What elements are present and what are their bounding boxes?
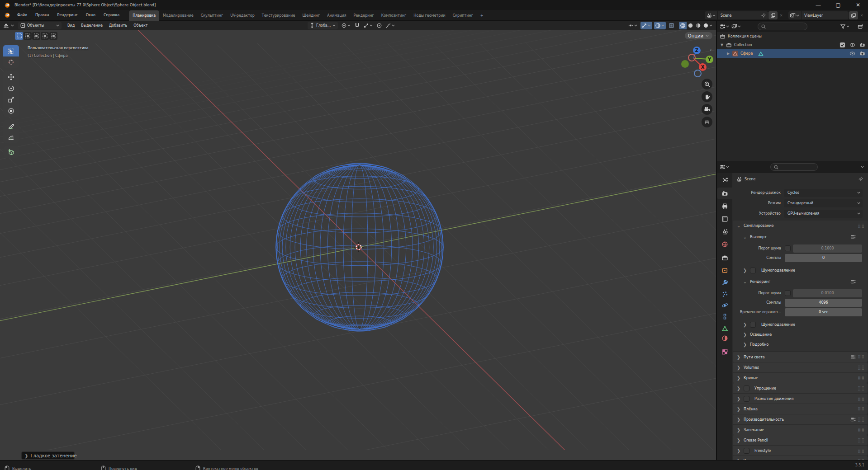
viewlayer-remove-button[interactable]: ✕ (858, 11, 865, 19)
checkbox-icon[interactable] (840, 42, 845, 48)
eye-icon[interactable] (849, 51, 855, 56)
new-collection-button[interactable] (857, 23, 864, 30)
viewport-menu-объект[interactable]: Объект (130, 24, 151, 28)
outliner-display-mode-dropdown[interactable] (719, 23, 730, 30)
properties-search-input[interactable] (770, 163, 818, 171)
gizmos-dropdown[interactable] (640, 22, 652, 29)
camera-icon[interactable] (859, 51, 865, 56)
workspace-tab-шейдинг[interactable]: Шейдинг (299, 10, 323, 21)
workspace-tab-uv-редактор[interactable]: UV-редактор (227, 10, 258, 21)
tool-cursor[interactable] (3, 56, 19, 68)
panel-производительность[interactable]: ❯Производительность⣿⣿ (733, 414, 868, 424)
shading-material-button[interactable] (694, 22, 702, 29)
tool-annotate[interactable] (3, 120, 19, 132)
properties-tab-output[interactable] (717, 200, 732, 212)
pivot-point-dropdown[interactable] (340, 22, 352, 29)
nav-zoom-button[interactable] (702, 79, 712, 89)
options-button[interactable]: Опции (685, 32, 712, 39)
value-slider[interactable]: 0.0100 (793, 289, 862, 297)
menu-справка[interactable]: Справка (100, 13, 123, 17)
object-visibility-dropdown[interactable] (627, 22, 639, 29)
workspace-tab-скриптинг[interactable]: Скриптинг (449, 10, 477, 21)
checkbox[interactable] (785, 245, 791, 251)
close-button[interactable]: ✕ (848, 0, 868, 10)
panel-управление-цветом[interactable]: ❯Управление цветом⣿⣿ (733, 456, 868, 460)
properties-tab-world[interactable] (717, 238, 732, 250)
properties-tab-scene[interactable] (717, 226, 732, 237)
subpanel-toggle[interactable]: ❯Шумоподавление (733, 265, 868, 275)
expand-arrow-icon[interactable]: ▼ (721, 43, 725, 47)
panel-кривые[interactable]: ❯Кривые⣿⣿ (733, 373, 868, 383)
tool-select-box[interactable] (3, 45, 19, 56)
field-value-dropdown[interactable]: Стандартный (784, 199, 863, 207)
tool-measure[interactable] (3, 132, 19, 143)
outliner-row-сфера[interactable]: ▶Сфера (717, 49, 868, 58)
viewport-canvas[interactable]: Пользовательская перспектива (1) Collect… (0, 30, 716, 460)
operator-panel[interactable]: ❯ Гладкое затенение (21, 451, 75, 460)
select-mode-tweak[interactable] (15, 32, 23, 40)
subpanel-collapsed-Подробно[interactable]: ❯Подробно (733, 339, 868, 349)
transform-orientation-dropdown[interactable]: Глоба... (308, 22, 338, 29)
snap-toggle[interactable] (354, 23, 360, 28)
panel-размытие-движения[interactable]: ❯Размытие движения⣿⣿ (733, 394, 868, 404)
properties-tab-constraints[interactable] (717, 310, 732, 322)
workspace-tab-текстурирование[interactable]: Текстурирование (258, 10, 299, 21)
xray-toggle[interactable] (668, 22, 675, 29)
shading-rendered-button[interactable] (702, 22, 714, 29)
panel-пути-света[interactable]: ❯Пути света⣿⣿ (733, 352, 868, 362)
properties-tab-viewlayer[interactable] (717, 213, 732, 225)
panel-grease-pencil[interactable]: ❯Grease Pencil⣿⣿ (733, 435, 868, 445)
sidebar-toggle-icon[interactable]: ‹ (710, 47, 711, 53)
menu-файл[interactable]: Файл (13, 13, 31, 17)
checkbox[interactable] (785, 290, 791, 296)
tool-transform[interactable] (3, 105, 19, 117)
editor-type-selector[interactable] (3, 22, 14, 29)
scene-unlink-button[interactable]: ✕ (778, 11, 785, 19)
shading-wireframe-button[interactable] (679, 22, 687, 29)
menu-рендеринг[interactable]: Рендеринг (53, 13, 82, 17)
outliner-row-collection[interactable]: ▼Collection (717, 41, 868, 49)
nav-camera-view-button[interactable] (702, 104, 712, 115)
panel-запекание[interactable]: ❯Запекание⣿⣿ (733, 425, 868, 435)
select-mode-circle[interactable] (32, 32, 40, 40)
properties-tab-material[interactable] (717, 332, 732, 344)
scene-selector[interactable]: Scene (705, 11, 768, 19)
overlays-dropdown[interactable] (654, 22, 666, 29)
pin-icon[interactable] (761, 13, 766, 18)
workspace-tab-планировка[interactable]: Планировка (129, 10, 159, 21)
menu-правка[interactable]: Правка (31, 13, 53, 17)
value-slider[interactable]: 4096 (785, 299, 862, 307)
workspace-tab-рендеринг[interactable]: Рендеринг (350, 10, 378, 21)
select-mode-paint[interactable] (49, 32, 57, 40)
outliner-filter-dropdown[interactable] (730, 23, 742, 30)
proportional-editing-toggle[interactable] (376, 23, 382, 28)
blender-menu-icon[interactable] (4, 12, 10, 19)
panel-плёнка[interactable]: ❯Плёнка⣿⣿ (733, 404, 868, 414)
collapse-arrow-icon[interactable]: ▶ (727, 52, 731, 56)
maximize-button[interactable]: ▢ (828, 0, 848, 10)
workspace-tab-ноды геометрии[interactable]: Ноды геометрии (410, 10, 449, 21)
value-slider[interactable]: 0 sec (785, 308, 862, 316)
tool-scale[interactable] (3, 94, 19, 105)
value-slider[interactable]: 0 (785, 254, 862, 262)
outliner-row-коллекция-сцены[interactable]: Коллекция сцены (717, 32, 868, 41)
subpanel-collapsed-Освещение[interactable]: ❯Освещение (733, 329, 868, 339)
workspace-tab-моделирование[interactable]: Моделирование (159, 10, 197, 21)
subpanel-header[interactable]: ⌄Вьюпорт (733, 232, 868, 242)
tool-rotate[interactable] (3, 83, 19, 94)
gizmo-axis-axis[interactable] (688, 54, 696, 61)
nav-toggle-ortho-button[interactable] (702, 117, 712, 127)
camera-icon[interactable] (859, 42, 865, 48)
properties-tab-collection[interactable] (717, 252, 732, 263)
tool-move[interactable] (3, 71, 19, 83)
select-mode-lasso[interactable] (41, 32, 49, 40)
gizmo-axis-Y[interactable]: Y (706, 56, 713, 63)
viewlayer-selector[interactable]: ViewLayer (788, 11, 849, 19)
workspace-tab-анимация[interactable]: Анимация (323, 10, 350, 21)
properties-tab-render[interactable] (717, 188, 732, 199)
gizmo-axis-Z[interactable]: Z (693, 47, 701, 54)
gizmo-axis-axis[interactable] (694, 70, 702, 77)
gizmo-axis-X[interactable]: X (699, 63, 707, 71)
viewport-menu-выделение[interactable]: Выделение (78, 24, 106, 28)
properties-editor-type-dropdown[interactable] (719, 163, 730, 171)
